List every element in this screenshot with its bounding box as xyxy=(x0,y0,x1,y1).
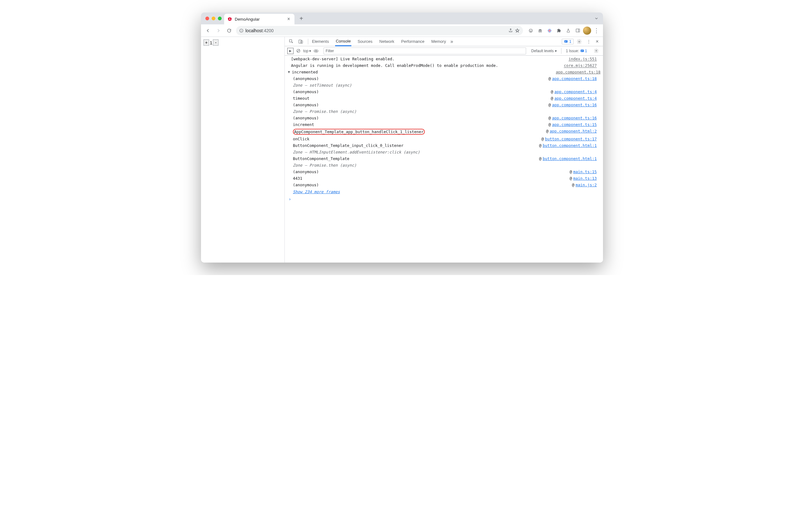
incognito-icon[interactable] xyxy=(536,26,544,35)
filter-input[interactable]: Filter xyxy=(324,48,527,54)
trace-source-link[interactable]: app.component.ts:18 xyxy=(556,70,600,74)
extension-icon[interactable] xyxy=(545,26,554,35)
frame-source-link[interactable]: app.component.ts:4 xyxy=(555,96,597,101)
site-info-icon[interactable] xyxy=(239,28,244,33)
sidebar-toggle-icon[interactable]: ▶ xyxy=(287,48,293,54)
frame-name: 4431 xyxy=(293,176,570,180)
bookmark-star-icon[interactable] xyxy=(515,28,520,33)
tab-performance[interactable]: Performance xyxy=(400,37,425,46)
svg-point-17 xyxy=(596,50,597,52)
issues-summary[interactable]: 1 Issue: 1 xyxy=(566,49,587,53)
stack-frame: ButtonComponent_Template_input_click_0_l… xyxy=(285,142,603,149)
tab-elements[interactable]: Elements xyxy=(311,37,329,46)
console-trace-header[interactable]: ▼incrementedapp.component.ts:18 xyxy=(285,69,603,75)
tab-network[interactable]: Network xyxy=(379,37,395,46)
frame-source-link[interactable]: button.component.html:1 xyxy=(543,156,597,161)
frame-location: @app.component.ts:4 xyxy=(551,89,597,94)
share-icon[interactable] xyxy=(508,28,513,33)
counter-value: 1 xyxy=(209,40,213,45)
frame-source-link[interactable]: app.component.ts:4 xyxy=(555,89,597,94)
extension-icon[interactable] xyxy=(527,26,535,35)
frame-name: (anonymous) xyxy=(293,102,548,107)
log-levels-selector[interactable]: Default levels ▾ xyxy=(531,49,557,53)
stack-frame: 4431@main.ts:13 xyxy=(285,175,603,182)
log-message: [webpack-dev-server] Live Reloading enab… xyxy=(291,57,569,61)
frame-name: increment xyxy=(293,122,548,127)
frame-source-link[interactable]: main.js:2 xyxy=(575,183,597,187)
frame-source-link[interactable]: app.component.ts:15 xyxy=(552,122,597,127)
frame-name: (anonymous) xyxy=(293,89,551,94)
browser-tab[interactable]: DemoAngular × xyxy=(224,14,294,24)
frame-location: @button.component.html:1 xyxy=(539,143,597,148)
devtools-tabs: Elements Console Sources Network Perform… xyxy=(311,37,447,46)
frame-source-link[interactable]: button.component.ts:17 xyxy=(545,137,597,141)
console-toolbar: ▶ top ▾ Filter Default levels ▾ 1 Issue:… xyxy=(285,46,603,56)
frame-name: Zone — setTimeout (async) xyxy=(293,83,597,88)
frame-source-link[interactable]: main.ts:15 xyxy=(573,169,597,174)
frame-name: onClick xyxy=(293,137,541,141)
minus-button[interactable]: - xyxy=(213,39,218,46)
frame-source-link[interactable]: app.component.ts:18 xyxy=(552,76,597,81)
context-selector[interactable]: top ▾ xyxy=(303,49,311,53)
svg-rect-12 xyxy=(564,40,568,43)
chevron-down-icon[interactable] xyxy=(592,16,600,21)
frame-source-link[interactable]: main.ts:13 xyxy=(573,176,597,180)
frame-location: @main.ts:15 xyxy=(570,169,597,174)
console-prompt[interactable]: › xyxy=(285,195,603,203)
svg-rect-16 xyxy=(581,50,584,52)
close-tab-icon[interactable]: × xyxy=(286,16,291,22)
inspect-element-icon[interactable] xyxy=(287,38,295,45)
frame-name: Zone — HTMLInputElement.addEventListener… xyxy=(293,150,597,154)
frame-source-link[interactable]: app.component.ts:16 xyxy=(552,102,597,107)
frame-name: (anonymous) xyxy=(293,76,548,81)
frame-name: (anonymous) xyxy=(293,116,548,120)
frame-name: ButtonComponent_Template xyxy=(293,156,539,161)
maximize-window-icon[interactable] xyxy=(218,17,222,20)
minimize-window-icon[interactable] xyxy=(212,17,215,20)
frame-name: Zone — Promise.then (async) xyxy=(293,163,597,168)
frame-name: (anonymous) xyxy=(293,169,570,174)
gear-icon[interactable] xyxy=(575,39,583,44)
angular-favicon-icon xyxy=(227,17,232,22)
profile-avatar[interactable] xyxy=(583,26,591,35)
extensions-puzzle-icon[interactable] xyxy=(555,26,563,35)
close-devtools-icon[interactable]: × xyxy=(594,39,600,44)
frame-location: @button.component.ts:17 xyxy=(541,137,597,141)
omnibox[interactable]: localhost:4200 xyxy=(236,26,523,35)
tab-sources[interactable]: Sources xyxy=(357,37,373,46)
issues-badge[interactable]: 1 xyxy=(562,39,574,44)
back-button[interactable] xyxy=(204,26,212,35)
log-message: Angular is running in development mode. … xyxy=(291,63,564,68)
log-source-link[interactable]: index.js:551 xyxy=(569,57,597,61)
live-expression-icon[interactable] xyxy=(313,49,319,54)
trace-label: incremented xyxy=(292,70,556,74)
tab-console[interactable]: Console xyxy=(335,37,351,46)
stack-frame: onClick@button.component.ts:17 xyxy=(285,136,603,142)
new-tab-button[interactable]: + xyxy=(297,13,306,24)
devtools-menu-icon[interactable]: ⋮ xyxy=(585,39,593,44)
devtools-panel: Elements Console Sources Network Perform… xyxy=(285,37,603,263)
console-settings-icon[interactable] xyxy=(592,49,600,53)
stack-frame: Zone — Promise.then (async) xyxy=(285,162,603,169)
reload-button[interactable] xyxy=(225,26,233,35)
more-tabs-icon[interactable]: » xyxy=(448,39,456,44)
frame-source-link[interactable]: button.component.html:1 xyxy=(543,143,597,148)
forward-button[interactable] xyxy=(214,26,223,35)
flask-icon[interactable] xyxy=(564,26,572,35)
frame-source-link[interactable]: app.component.html:2 xyxy=(550,129,597,133)
frame-name: timeout xyxy=(293,96,551,101)
frame-location: @main.js:2 xyxy=(572,183,597,187)
tab-memory[interactable]: Memory xyxy=(431,37,447,46)
plus-button[interactable]: + xyxy=(204,39,209,46)
device-toggle-icon[interactable] xyxy=(296,38,305,45)
show-more-frames[interactable]: Show 234 more frames xyxy=(285,188,603,195)
clear-console-icon[interactable] xyxy=(296,49,301,53)
stack-frame: (anonymous)@app.component.ts:4 xyxy=(285,89,603,95)
disclosure-triangle-icon[interactable]: ▼ xyxy=(288,70,290,74)
frame-source-link[interactable]: app.component.ts:16 xyxy=(552,116,597,120)
console-log-row: Angular is running in development mode. … xyxy=(285,62,603,69)
chrome-menu-icon[interactable]: ⋮ xyxy=(592,26,600,35)
log-source-link[interactable]: core.mjs:25627 xyxy=(564,63,597,68)
close-window-icon[interactable] xyxy=(205,17,209,20)
sidepanel-icon[interactable] xyxy=(574,26,582,35)
